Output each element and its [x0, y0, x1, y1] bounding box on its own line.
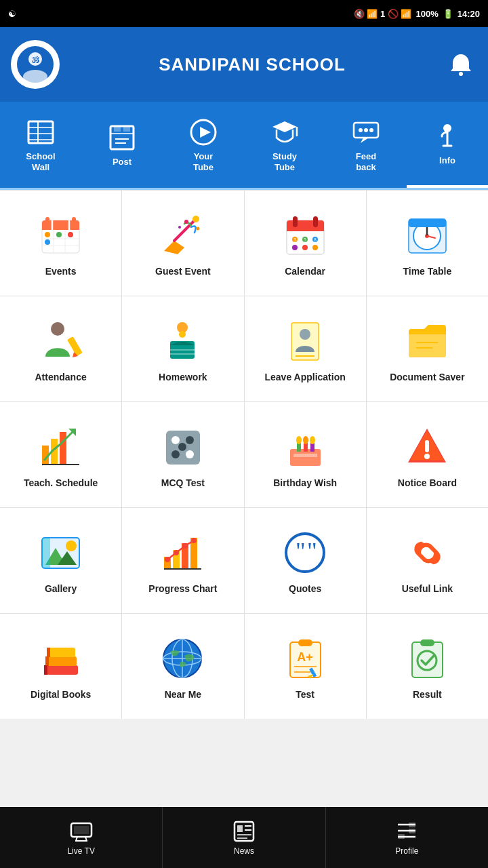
time-table-icon — [403, 212, 451, 259]
svg-point-35 — [45, 232, 50, 237]
svg-point-4 — [459, 72, 463, 76]
app-header: 🕉 SANDIPANI SCHOOL — [0, 27, 488, 102]
svg-rect-156 — [409, 829, 415, 833]
grid-item-progress-chart[interactable]: Progress Chart — [122, 508, 243, 613]
nav-post-label: Post — [113, 157, 131, 167]
svg-point-98 — [310, 436, 315, 444]
quotes-label: Quotes — [289, 583, 321, 595]
study-tube-icon — [270, 117, 300, 147]
app-title: SANDIPANI SCHOOL — [70, 54, 434, 75]
svg-point-42 — [184, 220, 188, 224]
svg-rect-107 — [42, 538, 50, 568]
svg-rect-15 — [123, 126, 130, 132]
svg-text:🕉: 🕉 — [31, 55, 39, 64]
svg-rect-48 — [293, 216, 298, 227]
svg-point-41 — [192, 216, 199, 222]
grid-item-test[interactable]: A+ Test — [245, 614, 366, 719]
notice-board-icon — [403, 423, 451, 471]
svg-point-88 — [171, 450, 180, 458]
grid-item-result[interactable]: Result — [367, 614, 488, 719]
grid-item-digital-books[interactable]: Digital Books — [0, 614, 121, 719]
grid-item-useful-link[interactable]: Useful Link — [367, 508, 488, 613]
digital-books-label: Digital Books — [30, 689, 91, 701]
result-icon — [403, 635, 451, 682]
svg-point-36 — [56, 232, 62, 237]
svg-rect-29 — [45, 217, 49, 226]
svg-rect-14 — [114, 126, 121, 132]
grid-item-quotes[interactable]: " " Quotes — [245, 508, 366, 613]
svg-point-76 — [300, 329, 310, 340]
grid-item-gallery[interactable]: Gallery — [0, 508, 121, 613]
grid-item-guest-event[interactable]: Guest Event — [122, 191, 243, 296]
svg-marker-39 — [164, 241, 184, 254]
svg-point-37 — [68, 232, 73, 237]
grid-item-mcq-test[interactable]: MCQ Test — [122, 402, 243, 507]
info-icon — [432, 121, 462, 151]
nav-feedback[interactable]: Feedback — [325, 102, 407, 188]
leave-application-label: Leave Application — [264, 372, 345, 383]
svg-point-86 — [171, 436, 180, 444]
grid-item-teach-schedule[interactable]: Teach. Schedule — [0, 402, 121, 507]
svg-point-20 — [359, 128, 363, 132]
nav-study-tube[interactable]: StudyTube — [244, 102, 325, 188]
svg-rect-26 — [42, 227, 79, 230]
calendar-icon: 3 5 8 — [281, 212, 329, 259]
grid-item-time-table[interactable]: Time Table — [367, 191, 488, 296]
bottom-nav-profile[interactable]: Profile — [326, 807, 488, 868]
grid-item-events[interactable]: Events — [0, 191, 121, 296]
nav-your-tube[interactable]: YourTube — [163, 102, 244, 188]
nav-study-tube-label: StudyTube — [272, 151, 297, 172]
test-icon: A+ — [281, 635, 329, 682]
svg-rect-30 — [72, 217, 76, 226]
grid-item-birthday-wish[interactable]: Birthday Wish — [245, 402, 366, 507]
svg-point-22 — [369, 128, 373, 132]
near-me-label: Near Me — [165, 689, 201, 701]
notification-bell[interactable] — [445, 48, 477, 81]
nav-info[interactable]: Info — [407, 102, 488, 188]
svg-rect-47 — [287, 229, 324, 231]
svg-rect-121 — [45, 656, 77, 666]
live-tv-icon — [70, 819, 93, 842]
attendance-icon — [37, 317, 85, 365]
grid-item-homework[interactable]: Homework — [122, 296, 243, 401]
quotes-icon: " " — [281, 529, 329, 576]
birthday-wish-label: Birthday Wish — [273, 477, 337, 489]
gallery-label: Gallery — [45, 583, 77, 595]
svg-point-2 — [23, 70, 47, 83]
grid-item-document-saver[interactable]: Document Saver — [367, 296, 488, 401]
your-tube-icon — [188, 117, 218, 147]
useful-link-icon — [403, 529, 451, 576]
grid-item-notice-board[interactable]: Notice Board — [367, 402, 488, 507]
nav-school-wall-label: SchoolWall — [26, 151, 55, 172]
svg-point-115 — [191, 538, 197, 543]
bottom-nav-live-tv[interactable]: Live TV — [0, 807, 163, 868]
svg-rect-157 — [398, 834, 405, 839]
nav-post[interactable]: Post — [81, 102, 163, 188]
grid-item-calendar[interactable]: 3 5 8 Calendar — [245, 191, 366, 296]
progress-chart-icon — [159, 529, 207, 576]
grid-item-near-me[interactable]: Near Me — [122, 614, 243, 719]
school-logo: 🕉 — [11, 40, 60, 89]
homework-label: Homework — [159, 372, 207, 383]
svg-point-58 — [312, 245, 318, 250]
svg-text:3: 3 — [293, 237, 296, 242]
svg-point-96 — [296, 436, 302, 444]
result-label: Result — [413, 689, 442, 701]
grid-item-attendance[interactable]: Attendance — [0, 296, 121, 401]
bottom-nav-news[interactable]: News — [163, 807, 325, 868]
profile-label: Profile — [395, 846, 418, 856]
attendance-label: Attendance — [35, 372, 87, 383]
battery-icon: 🔋 — [443, 9, 453, 19]
news-icon — [232, 819, 256, 842]
grid-item-leave-application[interactable]: Leave Application — [245, 296, 366, 401]
svg-point-113 — [174, 550, 179, 555]
bottom-navigation: Live TV News Profile — [0, 807, 488, 868]
svg-point-23 — [443, 124, 451, 132]
clock: 14:20 — [458, 9, 480, 19]
svg-point-106 — [66, 540, 77, 551]
svg-rect-155 — [409, 823, 415, 827]
nav-school-wall[interactable]: SchoolWall — [0, 102, 81, 188]
feedback-icon — [351, 117, 381, 147]
svg-rect-125 — [44, 665, 47, 675]
svg-rect-147 — [237, 825, 243, 832]
